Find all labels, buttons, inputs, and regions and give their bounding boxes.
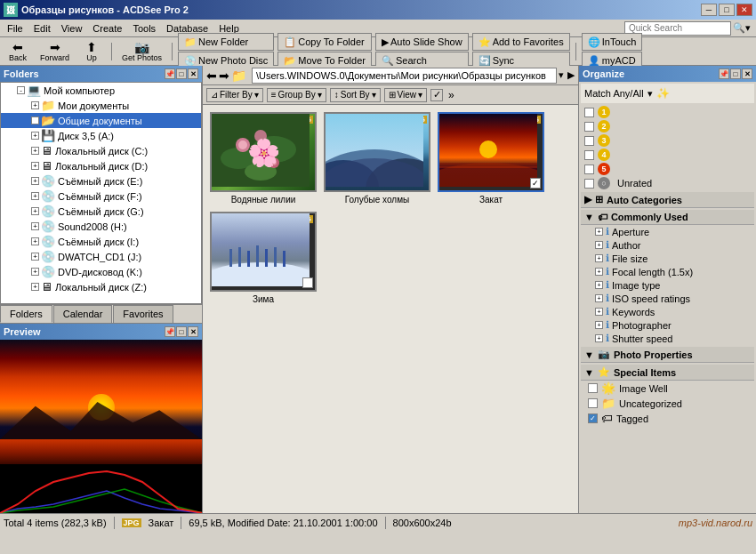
filter-by-button[interactable]: ⊿ Filter By ▾: [206, 88, 263, 102]
shutter-expand[interactable]: +: [595, 334, 603, 342]
preview-pin-button[interactable]: 📌: [165, 326, 175, 337]
rating-3[interactable]: 3: [581, 133, 754, 148]
tree-expand-disk-e[interactable]: +: [31, 177, 39, 185]
special-image-well[interactable]: 🌟 Image Well: [581, 381, 754, 396]
tree-item-disk-a[interactable]: + 💾 Диск 3,5 (A:): [1, 128, 201, 143]
rating-1-checkbox[interactable]: [584, 108, 594, 117]
cat-author[interactable]: + ℹ Author: [581, 238, 754, 252]
cat-image-type[interactable]: + ℹ Image type: [581, 278, 754, 292]
tree-item-disk-g[interactable]: + 💿 Съёмный диск (G:): [1, 204, 201, 219]
tree-item-commondocs[interactable]: + 📂 Общие документы: [1, 113, 201, 128]
cat-keywords[interactable]: + ℹ Keywords: [581, 305, 754, 318]
tree-expand-disk-f[interactable]: +: [31, 192, 39, 200]
tree-item-disk-j[interactable]: + 💿 DWATCH_CD1 (J:): [1, 249, 201, 264]
author-expand[interactable]: +: [595, 241, 603, 249]
tree-item-disk-e[interactable]: + 💿 Съёмный диск (E:): [1, 173, 201, 189]
aperture-expand[interactable]: +: [595, 228, 603, 236]
tree-expand-disk-c[interactable]: +: [31, 147, 39, 155]
wand-icon[interactable]: ✨: [656, 86, 671, 100]
tree-item-mycomputer[interactable]: - 💻 Мой компьютер: [1, 83, 201, 98]
intouch-button[interactable]: 🌐 InTouch: [582, 33, 643, 51]
tree-item-disk-c[interactable]: + 🖥 Локальный диск (C:): [1, 143, 201, 158]
cat-aperture[interactable]: + ℹ Aperture: [581, 225, 754, 238]
special-items-header[interactable]: ▼ ⭐ Special Items: [581, 365, 754, 381]
rating-4-checkbox[interactable]: [584, 150, 594, 160]
thumb-item-sunset[interactable]: JPG: [438, 112, 544, 205]
tab-folders[interactable]: Folders: [0, 305, 52, 323]
tab-calendar[interactable]: Calendar: [53, 305, 113, 323]
view-check-button[interactable]: ✓: [430, 89, 443, 101]
organize-float-button[interactable]: □: [730, 68, 741, 79]
cat-focal-length[interactable]: + ℹ Focal length (1.5x): [581, 265, 754, 278]
tree-item-disk-k[interactable]: + 💿 DVD-дисковод (K:): [1, 264, 201, 279]
panel-pin-button[interactable]: 📌: [165, 68, 175, 79]
preview-float-button[interactable]: □: [176, 326, 187, 337]
iso-expand[interactable]: +: [595, 294, 603, 302]
menu-create[interactable]: Create: [87, 21, 127, 36]
tree-expand-disk-g[interactable]: +: [31, 207, 39, 215]
image-type-expand[interactable]: +: [595, 281, 603, 289]
photo-properties-header[interactable]: ▼ 📷 Photo Properties: [581, 347, 754, 363]
tree-item-disk-i[interactable]: + 💿 Съёмный диск (I:): [1, 234, 201, 249]
focal-expand[interactable]: +: [595, 268, 603, 276]
minimize-button[interactable]: ─: [701, 4, 717, 16]
tree-item-disk-f[interactable]: + 💿 Съёмный диск (F:): [1, 189, 201, 204]
forward-button[interactable]: ➡ Forward: [36, 39, 74, 64]
back-button[interactable]: ⬅ Back: [4, 39, 32, 64]
thumb-select-checkbox[interactable]: ✓: [530, 178, 541, 189]
nav-folder-icon[interactable]: 📁: [231, 68, 246, 83]
cat-shutter[interactable]: + ℹ Shutter speed: [581, 332, 754, 345]
uncategorized-checkbox[interactable]: [588, 398, 598, 408]
close-button[interactable]: ✕: [736, 4, 752, 16]
tree-expand-disk-d[interactable]: +: [31, 162, 39, 170]
thumb-item-lotus[interactable]: JPG Водяные лилии: [210, 112, 317, 205]
menu-edit[interactable]: Edit: [28, 21, 56, 36]
tree-item-disk-h[interactable]: + 💿 Sound2008 (H:): [1, 219, 201, 234]
rating-4[interactable]: 4: [581, 148, 754, 162]
tree-expand-disk-h[interactable]: +: [31, 222, 39, 230]
rating-3-checkbox[interactable]: [584, 136, 594, 146]
tree-expand-disk-z[interactable]: +: [31, 283, 39, 291]
rating-2[interactable]: 2: [581, 119, 754, 133]
cat-filesize[interactable]: + ℹ File size: [581, 252, 754, 265]
rating-5[interactable]: 5: [581, 162, 754, 176]
menu-view[interactable]: View: [56, 21, 88, 36]
panel-float-button[interactable]: □: [176, 68, 187, 79]
path-go-btn[interactable]: ▶: [567, 69, 575, 81]
view-button[interactable]: ⊞ View ▾: [384, 88, 428, 102]
tree-item-disk-d[interactable]: + 🖥 Локальный диск (D:): [1, 158, 201, 173]
cat-iso[interactable]: + ℹ ISO speed ratings: [581, 292, 754, 305]
tree-expand-commondocs[interactable]: +: [31, 116, 39, 124]
filesize-expand[interactable]: +: [595, 254, 603, 262]
panel-close-button[interactable]: ✕: [188, 68, 198, 79]
tree-expand-mydocs[interactable]: +: [31, 101, 39, 109]
match-dropdown-icon[interactable]: ▾: [647, 88, 653, 100]
organize-close-button[interactable]: ✕: [742, 68, 752, 79]
tab-favorites[interactable]: Favorites: [113, 305, 173, 323]
get-photos-button[interactable]: 📷 Get Photos: [117, 39, 166, 64]
sort-by-button[interactable]: ↕ Sort By ▾: [330, 88, 381, 102]
group-by-button[interactable]: ≡ Group By ▾: [267, 88, 326, 102]
expand-arrow-button[interactable]: »: [448, 89, 454, 101]
commonly-used-header[interactable]: ▼ 🏷 Commonly Used: [581, 210, 754, 225]
tree-expand-disk-j[interactable]: +: [31, 253, 39, 261]
thumb-item-hills[interactable]: JPG Го: [324, 112, 430, 205]
rating-unrated-checkbox[interactable]: [584, 179, 594, 189]
special-uncategorized[interactable]: 📁 Uncategorized: [581, 396, 754, 411]
nav-forward-icon[interactable]: ➡: [219, 68, 229, 83]
new-folder-button[interactable]: 📁 New Folder: [178, 33, 274, 51]
path-dropdown-btn[interactable]: ▾: [559, 69, 564, 81]
keywords-expand[interactable]: +: [595, 308, 603, 316]
rating-unrated[interactable]: ○ Unrated: [581, 176, 754, 190]
rating-2-checkbox[interactable]: [584, 122, 594, 132]
up-button[interactable]: ⬆ Up: [77, 39, 106, 64]
tagged-checkbox[interactable]: ✓: [588, 413, 598, 423]
preview-close-button[interactable]: ✕: [188, 326, 198, 337]
maximize-button[interactable]: □: [719, 4, 735, 16]
photographer-expand[interactable]: +: [595, 321, 603, 329]
add-to-favorites-button[interactable]: ⭐ Add to Favorites: [472, 33, 570, 51]
copy-to-folder-button[interactable]: 📋 Copy To Folder: [277, 33, 372, 51]
rating-1[interactable]: 1: [581, 105, 754, 119]
image-well-checkbox[interactable]: [588, 383, 598, 393]
menu-tools[interactable]: Tools: [127, 21, 161, 36]
